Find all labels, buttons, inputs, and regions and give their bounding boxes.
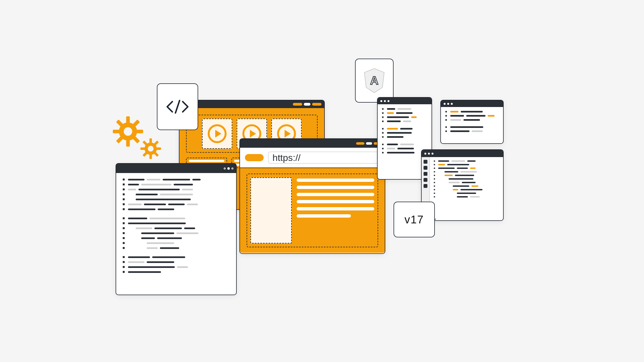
code-tag-card: [157, 83, 198, 130]
code-list-titlebar: [116, 164, 236, 173]
snippet3-titlebar: [422, 150, 503, 157]
snippet1-titlebar: [378, 98, 432, 104]
browser-urlbar: https://: [240, 148, 385, 168]
browser-window: https://: [239, 138, 385, 254]
code-brackets-icon: [165, 98, 190, 115]
version-label: v17: [405, 213, 424, 226]
gear-small-icon: [140, 138, 161, 159]
svg-rect-2: [126, 140, 130, 147]
gear-large-icon: [113, 116, 143, 147]
angular-tag-card: A: [355, 59, 394, 103]
svg-point-9: [124, 127, 132, 136]
browser-titlebar: [240, 139, 385, 148]
url-pill-icon: [245, 154, 264, 161]
svg-rect-13: [140, 147, 145, 150]
angular-shield-icon: A: [363, 68, 385, 93]
url-prefix-text: https://: [272, 152, 301, 163]
svg-rect-12: [149, 155, 152, 159]
svg-line-26: [176, 101, 180, 113]
play-circle-icon: [208, 124, 227, 143]
illustration-stage: https:// A: [102, 37, 542, 325]
svg-marker-23: [250, 130, 256, 138]
svg-text:A: A: [370, 74, 378, 87]
svg-rect-1: [126, 116, 130, 123]
version-tag-card: v17: [394, 202, 435, 237]
svg-marker-21: [215, 130, 221, 138]
svg-rect-4: [137, 130, 143, 133]
svg-rect-11: [149, 138, 152, 143]
snippet-window-2: [440, 100, 504, 144]
svg-point-19: [148, 146, 154, 152]
svg-marker-25: [285, 130, 291, 138]
media-window-titlebar: [179, 100, 324, 108]
media-thumb-1: [202, 119, 232, 149]
layout-sidebar-placeholder: [250, 177, 292, 243]
svg-rect-3: [113, 130, 119, 133]
svg-rect-14: [157, 147, 161, 150]
snippet2-titlebar: [441, 100, 503, 107]
code-list-window: [116, 163, 237, 295]
